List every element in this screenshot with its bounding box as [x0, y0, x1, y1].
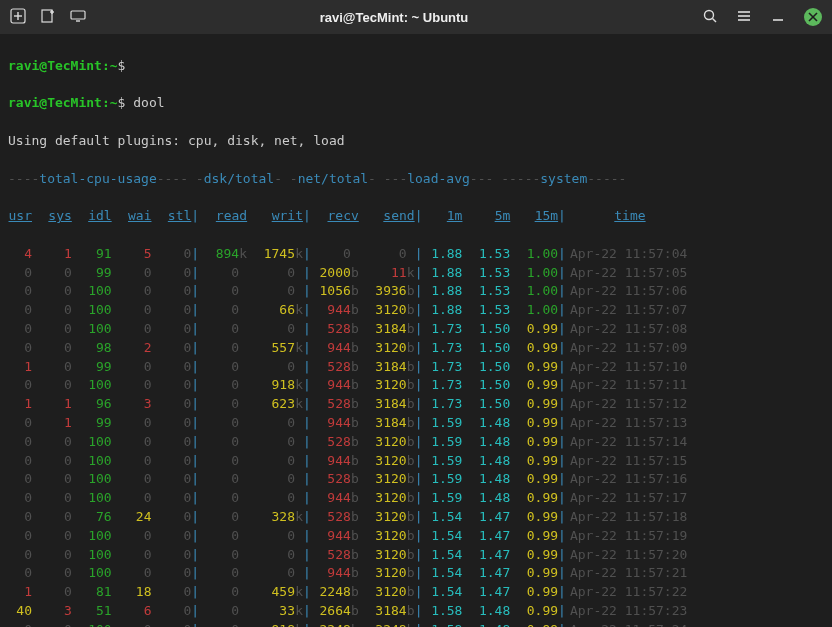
table-row: 40 3 51 6 0|0 33k|2664b 3184b|1.58 1.48 …: [8, 602, 824, 621]
search-icon[interactable]: [702, 8, 718, 27]
table-row: 0 0 100 0 0|0 0|944b 3120b|1.59 1.48 0.9…: [8, 489, 824, 508]
table-row: 0 0 100 0 0|0 918k|944b 3120b|1.73 1.50 …: [8, 376, 824, 395]
table-row: 1 0 81 18 0|0 459k|2248b 3120b|1.54 1.47…: [8, 583, 824, 602]
col-usr: usr: [8, 207, 32, 226]
prompt-path: ~: [110, 58, 118, 73]
command: dool: [133, 95, 164, 110]
svg-point-8: [705, 10, 714, 19]
col-send: send: [367, 207, 415, 226]
col-15m: 15m: [518, 207, 558, 226]
new-tab-icon[interactable]: [10, 8, 26, 27]
plugins-msg: Using default plugins: cpu, disk, net, l…: [8, 132, 824, 151]
table-row: 0 0 76 24 0|0 328k|528b 3120b|1.54 1.47 …: [8, 508, 824, 527]
terminal[interactable]: ravi@TecMint:~$ ravi@TecMint:~$ dool Usi…: [0, 34, 832, 627]
table-row: 0 0 100 0 0|0 0|528b 3120b|1.59 1.48 0.9…: [8, 470, 824, 489]
table-row: 0 0 100 0 0|0 0|528b 3184b|1.73 1.50 0.9…: [8, 320, 824, 339]
col-1m: 1m: [422, 207, 462, 226]
minimize-icon[interactable]: [770, 8, 786, 27]
titlebar-left: [10, 8, 86, 27]
col-writ: writ: [255, 207, 303, 226]
table-row: 0 0 100 0 0|0 0|528b 3120b|1.59 1.48 0.9…: [8, 433, 824, 452]
table-row: 0 0 100 0 0|0 918k|2248b 3248b|1.58 1.48…: [8, 621, 824, 627]
table-row: 0 0 99 0 0|0 0|2000b 11k|1.88 1.53 1.00|…: [8, 264, 824, 283]
titlebar-right: [702, 8, 822, 27]
titlebar: ravi@TecMint: ~ Ubuntu: [0, 0, 832, 34]
table-row: 4 1 91 5 0|894k 1745k|0 0|1.88 1.53 1.00…: [8, 245, 824, 264]
table-row: 0 0 100 0 0|0 0|1056b 3936b|1.88 1.53 1.…: [8, 282, 824, 301]
table-row: 0 0 100 0 0|0 0|528b 3120b|1.54 1.47 0.9…: [8, 546, 824, 565]
column-header: usr sys idl wai stl|read writ|recv send|…: [8, 207, 824, 226]
col-stl: stl: [159, 207, 191, 226]
col-recv: recv: [311, 207, 359, 226]
close-button[interactable]: [804, 8, 822, 26]
col-5m: 5m: [470, 207, 510, 226]
new-window-icon[interactable]: [40, 8, 56, 27]
table-row: 0 0 100 0 0|0 0|944b 3120b|1.59 1.48 0.9…: [8, 452, 824, 471]
col-sys: sys: [40, 207, 72, 226]
table-row: 0 1 99 0 0|0 0|944b 3184b|1.59 1.48 0.99…: [8, 414, 824, 433]
col-read: read: [199, 207, 247, 226]
col-idl: idl: [80, 207, 112, 226]
table-row: 1 1 96 3 0|0 623k|528b 3184b|1.73 1.50 0…: [8, 395, 824, 414]
prompt-host: TecMint: [47, 58, 102, 73]
col-wai: wai: [119, 207, 151, 226]
data-rows: 4 1 91 5 0|894k 1745k|0 0|1.88 1.53 1.00…: [8, 245, 824, 627]
table-row: 0 0 100 0 0|0 66k|944b 3120b|1.88 1.53 1…: [8, 301, 824, 320]
group-header: ----total-cpu-usage---- -dsk/total- -net…: [8, 170, 824, 189]
window-title: ravi@TecMint: ~ Ubuntu: [86, 10, 702, 25]
table-row: 0 0 98 2 0|0 557k|944b 3120b|1.73 1.50 0…: [8, 339, 824, 358]
prompt-user: ravi: [8, 58, 39, 73]
table-row: 0 0 100 0 0|0 0|944b 3120b|1.54 1.47 0.9…: [8, 527, 824, 546]
col-time: time: [566, 207, 690, 226]
prompt-line-cmd: ravi@TecMint:~$ dool: [8, 94, 824, 113]
table-row: 1 0 99 0 0|0 0|528b 3184b|1.73 1.50 0.99…: [8, 358, 824, 377]
menu-icon[interactable]: [736, 8, 752, 27]
svg-rect-6: [71, 11, 85, 19]
screen-icon[interactable]: [70, 8, 86, 27]
table-row: 0 0 100 0 0|0 0|944b 3120b|1.54 1.47 0.9…: [8, 564, 824, 583]
prompt-line-empty: ravi@TecMint:~$: [8, 57, 824, 76]
svg-line-9: [713, 18, 717, 22]
